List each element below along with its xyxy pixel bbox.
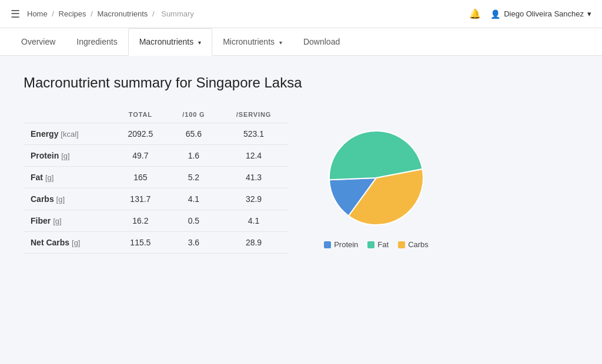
legend-item-fat: Fat [367,240,389,249]
breadcrumb-home[interactable]: Home [27,9,48,18]
cell-total-2: 165 [113,167,168,188]
nutrient-name-3: Carbs [31,194,54,204]
cell-perserving-4: 4.1 [219,210,288,232]
chart-legend: Protein Fat Carbs [324,240,429,249]
cell-total-0: 2092.5 [113,123,168,145]
page-title: Macronutrient summary for Singapore Laks… [24,75,578,91]
macronutrient-table: TOTAL /100 G /SERVING Energy [kcal] 2092… [24,107,288,254]
cell-name-3: Carbs [g] [24,188,113,210]
col-header-total: TOTAL [113,107,168,123]
cell-name-2: Fat [g] [24,167,113,188]
tab-micronutrients[interactable]: Micronutrients ▾ [212,29,293,56]
tab-overview[interactable]: Overview [11,29,66,56]
tab-macronutrients-label: Macronutrients [139,37,194,46]
content-area: TOTAL /100 G /SERVING Energy [kcal] 2092… [24,107,578,254]
cell-perserving-5: 28.9 [219,232,288,254]
col-header-per100g: /100 G [168,107,219,123]
legend-dot-carbs [398,241,405,248]
nutrient-unit-4: [g] [53,217,61,225]
tab-macronutrients[interactable]: Macronutrients ▾ [128,28,212,56]
pie-chart-svg [323,125,429,231]
tab-ingredients[interactable]: Ingredients [66,29,128,56]
cell-name-4: Fiber [g] [24,210,113,232]
cell-total-5: 115.5 [113,232,168,254]
col-header-name [24,107,113,123]
table-row: Protein [g] 49.7 1.6 12.4 [24,145,288,167]
breadcrumb-macronutrients[interactable]: Macronutrients [97,9,148,18]
breadcrumb-recipes[interactable]: Recipes [59,9,86,18]
cell-per100g-0: 65.6 [168,123,219,145]
breadcrumb: Home / Recipes / Macronutrients / Summar… [27,9,196,18]
legend-item-carbs: Carbs [398,240,429,249]
legend-label-carbs: Carbs [408,240,429,249]
cell-per100g-1: 1.6 [168,145,219,167]
cell-name-0: Energy [kcal] [24,123,113,145]
macronutrients-chevron-icon: ▾ [198,39,201,46]
nutrient-name-1: Protein [31,151,59,160]
cell-per100g-2: 5.2 [168,167,219,188]
table-row: Carbs [g] 131.7 4.1 32.9 [24,188,288,210]
nutrient-name-5: Net Carbs [31,238,69,247]
nutrient-name-0: Energy [31,129,58,139]
cell-perserving-0: 523.1 [219,123,288,145]
table-row: Net Carbs [g] 115.5 3.6 28.9 [24,232,288,254]
table-header-row: TOTAL /100 G /SERVING [24,107,288,123]
breadcrumb-sep-1: / [52,9,56,18]
legend-label-protein: Protein [334,240,358,249]
nutrient-unit-0: [kcal] [61,130,78,139]
tab-nav: Overview Ingredients Macronutrients ▾ Mi… [0,28,602,56]
breadcrumb-sep-2: / [91,9,95,18]
tab-micronutrients-label: Micronutrients [223,37,275,46]
legend-dot-protein [324,241,331,248]
main-content: Macronutrient summary for Singapore Laks… [0,56,602,272]
nutrient-name-4: Fiber [31,216,51,225]
cell-name-1: Protein [g] [24,145,113,167]
legend-item-protein: Protein [324,240,358,249]
cell-perserving-2: 41.3 [219,167,288,188]
legend-label-fat: Fat [377,240,389,249]
breadcrumb-summary: Summary [161,9,194,18]
cell-total-4: 16.2 [113,210,168,232]
cell-total-3: 131.7 [113,188,168,210]
micronutrients-chevron-icon: ▾ [279,39,282,46]
pie-chart [323,125,429,231]
tab-download[interactable]: Download [293,29,350,56]
topbar-right: 🔔 👤 Diego Oliveira Sanchez ▾ [469,8,591,19]
user-menu-chevron-icon: ▾ [587,9,591,18]
col-header-perserving: /SERVING [219,107,288,123]
user-name: Diego Oliveira Sanchez [504,9,584,18]
menu-icon[interactable]: ☰ [11,8,20,21]
topbar: ☰ Home / Recipes / Macronutrients / Summ… [0,0,602,28]
user-avatar-icon: 👤 [490,9,500,19]
cell-perserving-1: 12.4 [219,145,288,167]
table-row: Energy [kcal] 2092.5 65.6 523.1 [24,123,288,145]
table-row: Fat [g] 165 5.2 41.3 [24,167,288,188]
cell-perserving-3: 32.9 [219,188,288,210]
nutrient-unit-1: [g] [61,151,69,160]
nutrient-name-2: Fat [31,173,43,182]
cell-per100g-5: 3.6 [168,232,219,254]
cell-total-1: 49.7 [113,145,168,167]
nutrient-unit-2: [g] [45,173,53,182]
cell-name-5: Net Carbs [g] [24,232,113,254]
user-menu[interactable]: 👤 Diego Oliveira Sanchez ▾ [490,9,591,19]
pie-chart-section: Protein Fat Carbs [323,107,429,249]
cell-per100g-4: 0.5 [168,210,219,232]
topbar-left: ☰ Home / Recipes / Macronutrients / Summ… [11,8,196,21]
legend-dot-fat [367,241,374,248]
cell-per100g-3: 4.1 [168,188,219,210]
nutrient-unit-3: [g] [56,195,65,204]
table-row: Fiber [g] 16.2 0.5 4.1 [24,210,288,232]
notification-bell-icon[interactable]: 🔔 [469,8,481,19]
nutrient-unit-5: [g] [72,238,80,247]
breadcrumb-sep-3: / [152,9,156,18]
macronutrient-table-section: TOTAL /100 G /SERVING Energy [kcal] 2092… [24,107,288,254]
